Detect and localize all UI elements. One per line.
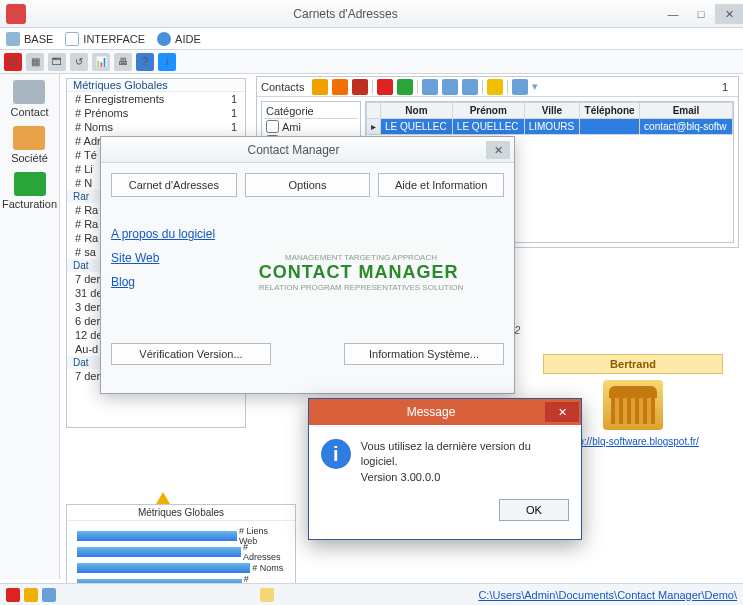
app-icon [6, 4, 26, 24]
message-close-button[interactable]: ✕ [545, 402, 579, 422]
message-text: Vous utilisez la dernière version du log… [361, 439, 569, 485]
company-icon [13, 126, 45, 150]
help-icon[interactable]: ? [136, 53, 154, 71]
info-icon[interactable]: i [158, 53, 176, 71]
message-title: Message [317, 405, 545, 419]
grid-row[interactable]: ▸ LE QUELLEC LE QUELLEC LIMOURS contact@… [367, 119, 733, 135]
grid-header-row: Nom Prénom Ville Téléphone Email [367, 103, 733, 119]
menu-bar: BASE INTERFACE AIDE [0, 28, 743, 50]
metrics-row: # Prénoms1 [67, 106, 245, 120]
dialog-close-button[interactable]: ✕ [486, 141, 510, 159]
contact-icon [13, 80, 45, 104]
contacts-count: 1 [722, 81, 734, 93]
tool-btn-6[interactable]: 🖶 [114, 53, 132, 71]
metrics-row: # Noms1 [67, 120, 245, 134]
menu-base[interactable]: BASE [6, 32, 53, 46]
window-titlebar: Carnets d'Adresses — □ ✕ [0, 0, 743, 28]
copy-icon[interactable] [422, 79, 438, 95]
message-dialog: Message ✕ i Vous utilisez la dernière ve… [308, 398, 582, 540]
status-path[interactable]: C:\Users\Admin\Documents\Contact Manager… [478, 589, 737, 601]
main-toolbar: ⏻ ▦ 🗔 ↺ 📊 🖶 ? i [0, 50, 743, 74]
chart-bar: # Liens Web [77, 529, 285, 543]
contact-name: Bertrand [543, 354, 723, 374]
menu-interface[interactable]: INTERFACE [65, 32, 145, 46]
aide-button[interactable]: Aide et Information [378, 173, 504, 197]
database-icon [6, 32, 20, 46]
window-title: Carnets d'Adresses [32, 7, 659, 21]
contact-logo-icon [603, 380, 663, 430]
minimize-button[interactable]: — [659, 4, 687, 24]
word-cloud: MANAGEMENT TARGETING APPROACH CONTACT MA… [241, 207, 481, 337]
sidebar: Contact Société Facturation [0, 74, 60, 579]
status-warn-icon[interactable] [24, 588, 38, 602]
cart-icon [14, 172, 46, 196]
open-icon[interactable] [332, 79, 348, 95]
export-icon[interactable] [462, 79, 478, 95]
sidebar-item-contact[interactable]: Contact [11, 80, 49, 118]
tool-btn-2[interactable]: ▦ [26, 53, 44, 71]
blog-link[interactable]: Blog [111, 275, 241, 289]
tool-btn-5[interactable]: 📊 [92, 53, 110, 71]
contacts-label: Contacts [261, 81, 304, 93]
help-icon [157, 32, 171, 46]
tool-btn-4[interactable]: ↺ [70, 53, 88, 71]
trash-icon[interactable] [397, 79, 413, 95]
tool-btn-3[interactable]: 🗔 [48, 53, 66, 71]
status-bar: C:\Users\Admin\Documents\Contact Manager… [0, 583, 743, 605]
ok-button[interactable]: OK [499, 499, 569, 521]
warning-icon [156, 492, 170, 504]
row-indicator-icon: ▸ [367, 119, 381, 135]
close-button[interactable]: ✕ [715, 4, 743, 24]
chart-bar: # Adresses [77, 545, 285, 559]
chart-icon[interactable] [487, 79, 503, 95]
metrics-row: # Enregistrements1 [67, 92, 245, 106]
save-icon[interactable] [352, 79, 368, 95]
status-power-icon[interactable] [6, 588, 20, 602]
dialog-title: Contact Manager [101, 143, 486, 157]
sidebar-item-societe[interactable]: Société [11, 126, 48, 164]
info-icon: i [321, 439, 351, 469]
chart-title: Métriques Globales [67, 505, 295, 521]
folder-icon [260, 588, 274, 602]
window-icon [65, 32, 79, 46]
status-tool-icon[interactable] [42, 588, 56, 602]
power-icon[interactable]: ⏻ [4, 53, 22, 71]
print-icon[interactable] [442, 79, 458, 95]
options-button[interactable]: Options [245, 173, 371, 197]
verify-version-button[interactable]: Vérification Version... [111, 343, 271, 365]
category-header: Catégorie [264, 104, 358, 119]
new-icon[interactable] [312, 79, 328, 95]
category-ami[interactable]: Ami [264, 119, 358, 134]
about-link[interactable]: A propos du logiciel [111, 227, 241, 241]
menu-aide[interactable]: AIDE [157, 32, 201, 46]
metrics-header: Métriques Globales [67, 79, 245, 92]
contact-manager-dialog: Contact Manager ✕ Carnet d'Adresses Opti… [100, 136, 515, 394]
delete-icon[interactable] [377, 79, 393, 95]
sidebar-item-facturation[interactable]: Facturation [2, 172, 57, 210]
chart-bar: # Noms [77, 561, 285, 575]
site-link[interactable]: Site Web [111, 251, 241, 265]
maximize-button[interactable]: □ [687, 4, 715, 24]
system-info-button[interactable]: Information Système... [344, 343, 504, 365]
checkbox-ami[interactable] [266, 120, 279, 133]
key-icon[interactable] [512, 79, 528, 95]
carnet-button[interactable]: Carnet d'Adresses [111, 173, 237, 197]
